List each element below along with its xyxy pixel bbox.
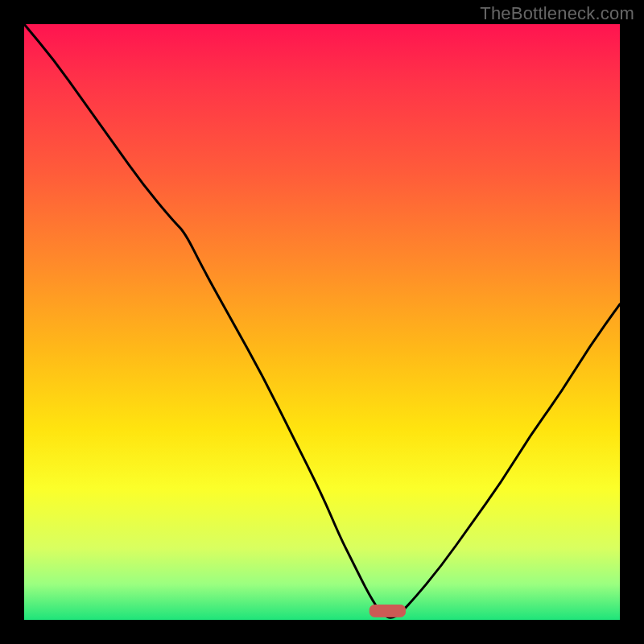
- chart-container: TheBottleneck.com: [0, 0, 644, 644]
- bottleneck-chart: [0, 0, 644, 644]
- optimal-marker: [369, 605, 405, 617]
- plot-background: [24, 24, 620, 620]
- attribution-label: TheBottleneck.com: [480, 3, 634, 24]
